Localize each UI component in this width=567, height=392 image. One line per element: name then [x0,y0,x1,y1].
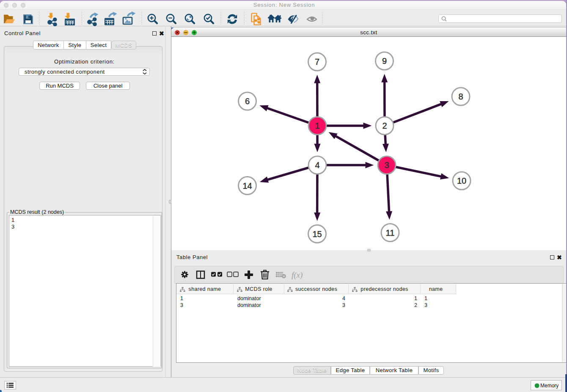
svg-text:15: 15 [312,229,322,239]
svg-text:4: 4 [315,160,319,170]
svg-text:2: 2 [382,121,387,130]
svg-text:3: 3 [384,160,389,170]
svg-text:8: 8 [458,92,463,101]
svg-text:1: 1 [315,121,319,130]
svg-text:11: 11 [386,228,395,237]
svg-text:9: 9 [382,56,387,66]
svg-text:7: 7 [315,57,319,66]
svg-text:f(x): f(x) [292,271,303,280]
svg-text:6: 6 [245,97,250,106]
svg-text:14: 14 [242,181,252,190]
svg-text:10: 10 [457,176,466,185]
